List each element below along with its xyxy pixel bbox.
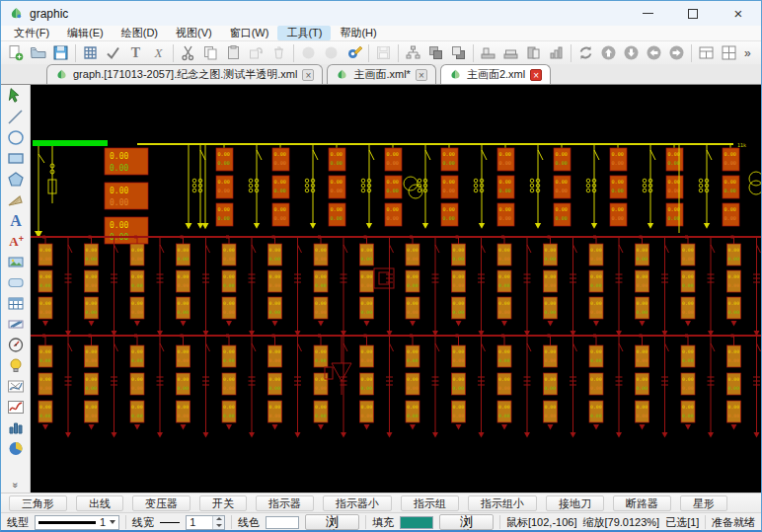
- check-button[interactable]: [102, 42, 124, 64]
- line-width-spinner[interactable]: 1: [186, 515, 225, 530]
- text-style-button[interactable]: X: [147, 42, 170, 64]
- symbol-button-6[interactable]: 指示组: [401, 495, 459, 511]
- menu-item-5[interactable]: 工具(T): [277, 26, 331, 40]
- refresh-button[interactable]: [574, 42, 597, 64]
- svg-text:0.00: 0.00: [545, 248, 557, 253]
- minimize-button[interactable]: [625, 1, 670, 26]
- percent-tool-button[interactable]: [3, 314, 29, 335]
- menu-item-6[interactable]: 帮助(H): [331, 26, 385, 40]
- arc-icon: [6, 190, 26, 209]
- tile-horizontal-button[interactable]: [695, 42, 718, 64]
- paste-special-button[interactable]: [245, 42, 267, 64]
- close-button[interactable]: ×: [716, 1, 761, 26]
- text-plus-tool-button[interactable]: A+: [3, 231, 29, 252]
- delete-button[interactable]: [267, 42, 290, 64]
- symbol-button-2[interactable]: 变压器: [132, 495, 190, 511]
- text-button[interactable]: T: [124, 42, 147, 64]
- align-bottom-button[interactable]: [477, 42, 499, 64]
- svg-text:0.00: 0.00: [223, 349, 235, 354]
- nav-left-button[interactable]: [643, 42, 665, 64]
- ellipse-tool-button[interactable]: [3, 127, 29, 148]
- symbol-button-5[interactable]: 指示器小: [323, 495, 392, 511]
- polygon-tool-button[interactable]: [3, 169, 29, 190]
- symbol-button-9[interactable]: 断路器: [613, 495, 671, 511]
- svg-text:0.00: 0.00: [498, 349, 510, 354]
- line-tool-button[interactable]: [3, 107, 29, 127]
- select-tool-button[interactable]: [3, 86, 29, 107]
- cut-button[interactable]: [177, 42, 199, 64]
- symbol-button-3[interactable]: 开关: [199, 495, 247, 511]
- maximize-button[interactable]: [670, 1, 716, 26]
- table-tool-button[interactable]: [3, 293, 29, 314]
- tab-close-icon[interactable]: ×: [530, 69, 542, 81]
- svg-text:0.00: 0.00: [590, 358, 602, 363]
- tab-1[interactable]: 主画面.xml*×: [327, 64, 435, 84]
- nav-right-button[interactable]: [665, 42, 688, 64]
- rectangle-tool-button[interactable]: [3, 148, 29, 169]
- window-cascade-button[interactable]: [522, 42, 545, 64]
- copy-button[interactable]: [199, 42, 222, 64]
- line-chart-tool-button[interactable]: [3, 397, 29, 418]
- new-file-button[interactable]: [4, 42, 27, 64]
- svg-text:0.00: 0.00: [39, 283, 51, 288]
- grid-button[interactable]: [79, 42, 102, 64]
- nav-up-button[interactable]: [597, 42, 620, 64]
- menu-item-1[interactable]: 编辑(E): [58, 26, 113, 40]
- tab-0[interactable]: graph.[171013-2057].纪念之图.测试半透明.xml×: [46, 64, 323, 84]
- symbol-button-4[interactable]: 指示器: [256, 495, 314, 511]
- open-folder-button[interactable]: [27, 42, 49, 64]
- curve-tool-button[interactable]: [3, 376, 29, 397]
- line-type-dropdown[interactable]: 1: [35, 515, 119, 530]
- paste-button[interactable]: [222, 42, 245, 64]
- pie-chart-tool-button[interactable]: [3, 438, 29, 459]
- redo-circle-button[interactable]: [320, 42, 343, 64]
- svg-text:0.00: 0.00: [131, 414, 143, 418]
- image-tool-button[interactable]: [3, 252, 29, 272]
- bulb-tool-button[interactable]: [3, 355, 29, 376]
- fill-color-swatch[interactable]: [400, 516, 433, 529]
- redo-circle-icon: [323, 44, 340, 61]
- stats-column-button[interactable]: [545, 42, 568, 64]
- rounded-rect-tool-button[interactable]: [3, 272, 29, 293]
- symbol-button-8[interactable]: 接地刀: [546, 495, 604, 511]
- cut-icon: [180, 44, 196, 61]
- arc-tool-button[interactable]: [3, 190, 29, 210]
- menu-item-2[interactable]: 绘图(D): [113, 26, 167, 40]
- menu-item-4[interactable]: 窗口(W): [221, 26, 278, 40]
- menu-item-3[interactable]: 视图(V): [167, 26, 221, 40]
- toolbar-overflow-button[interactable]: »: [740, 46, 755, 60]
- symbol-button-10[interactable]: 星形: [680, 495, 727, 511]
- line-color-swatch[interactable]: [266, 516, 299, 529]
- paste-icon: [225, 44, 242, 61]
- drawing-canvas[interactable]: 0.000.000.000.000.000.0011k0.000.000.000…: [31, 85, 761, 493]
- nav-down-button[interactable]: [620, 42, 643, 64]
- tile-vertical-button[interactable]: [718, 42, 740, 64]
- svg-text:0.00: 0.00: [590, 257, 602, 262]
- clock-tool-button[interactable]: [3, 335, 29, 355]
- symbol-button-0[interactable]: 三角形: [9, 495, 67, 511]
- undo-circle-button[interactable]: [297, 42, 320, 64]
- bar-chart-tool-button[interactable]: [3, 418, 29, 438]
- fill-browse-button[interactable]: 浏览: [439, 514, 494, 530]
- fill-label: 填充: [372, 515, 394, 530]
- svg-text:0.00: 0.00: [668, 188, 681, 193]
- palette-more-button[interactable]: »: [10, 483, 21, 489]
- line-color-browse-button[interactable]: 浏览: [305, 514, 359, 530]
- nav-right-icon: [668, 44, 685, 61]
- menu-item-0[interactable]: 文件(F): [5, 26, 58, 40]
- tab-close-icon[interactable]: ×: [416, 69, 427, 81]
- spinner-arrows[interactable]: [212, 516, 224, 529]
- send-back-button[interactable]: [447, 42, 470, 64]
- symbol-button-1[interactable]: 出线: [76, 495, 123, 511]
- clock-icon: [6, 336, 26, 354]
- align-stack-button[interactable]: [499, 42, 522, 64]
- bring-front-button[interactable]: [424, 42, 447, 64]
- settings-button[interactable]: [343, 42, 365, 64]
- tree-view-button[interactable]: [402, 42, 424, 64]
- save-all-button[interactable]: [372, 42, 395, 64]
- symbol-button-7[interactable]: 指示组小: [468, 495, 537, 511]
- tab-2[interactable]: 主画面2.xml×: [440, 64, 551, 84]
- tab-close-icon[interactable]: ×: [302, 69, 314, 81]
- save-button[interactable]: [49, 42, 72, 64]
- text-tool-button[interactable]: A: [3, 210, 29, 231]
